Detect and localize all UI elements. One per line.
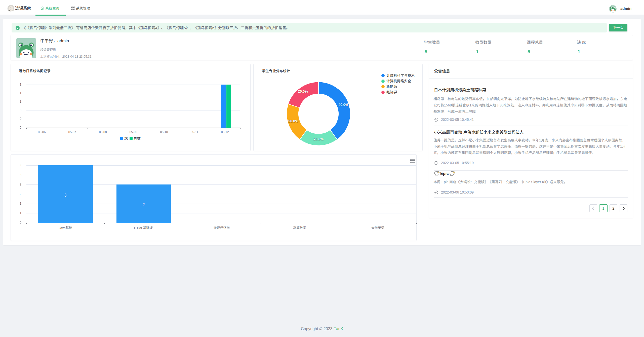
svg-text:20.0%: 20.0%	[298, 89, 308, 93]
svg-text:20.0%: 20.0%	[288, 119, 298, 123]
svg-text:20.0%: 20.0%	[313, 137, 324, 141]
svg-text:40.0%: 40.0%	[338, 103, 348, 107]
